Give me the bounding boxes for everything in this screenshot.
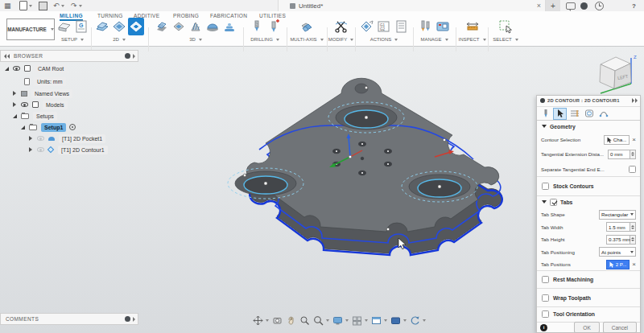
measure-button[interactable] [464, 18, 481, 35]
spinner-control[interactable] [630, 150, 636, 159]
expander-expanded-icon[interactable] [5, 67, 9, 71]
cancel-button[interactable]: Cancel [603, 322, 637, 333]
help-icon[interactable]: ? [632, 0, 636, 11]
stock-contours-checkbox[interactable] [542, 183, 549, 190]
expander-collapsed-icon[interactable] [13, 102, 16, 107]
group-label-multi-axis[interactable]: MULTI-AXIS [290, 37, 323, 42]
display-settings-icon[interactable] [125, 53, 130, 59]
tangential-extension-input[interactable]: 0 mm [608, 150, 630, 159]
tree-item-2d-pocket1[interactable]: [T1] 2D Pocket1 [29, 134, 105, 143]
redo-icon[interactable]: ↷ [71, 0, 82, 11]
tree-item-label[interactable]: [T1] 2D Pocket1 [59, 134, 105, 143]
visibility-eye-icon[interactable] [21, 102, 28, 107]
3d-spiral-button[interactable] [221, 18, 237, 35]
expander-collapsed-icon[interactable] [29, 147, 32, 152]
tab-positioning-dropdown[interactable]: At points [599, 247, 636, 257]
expander-collapsed-icon[interactable] [29, 136, 32, 141]
tab-linking[interactable] [597, 108, 610, 120]
tabs-checkbox[interactable] [550, 199, 557, 206]
app-grid-icon[interactable]: ▦ [4, 0, 11, 11]
ncprogram-button[interactable]: G [73, 18, 89, 35]
feedback-icon[interactable] [566, 0, 576, 11]
new-tab-button[interactable]: + [546, 0, 560, 11]
setup-sheet-button[interactable] [393, 18, 409, 35]
zoom-icon[interactable] [299, 315, 310, 326]
tree-item-2d-contour1[interactable]: [T1] 2D Contour1 [29, 145, 108, 154]
expand-panel-icon[interactable] [133, 54, 135, 59]
zoom-window-icon[interactable] [313, 315, 329, 326]
pan-icon[interactable] [286, 315, 296, 326]
tree-item-units[interactable]: Units: mm [24, 76, 66, 86]
wrap-toolpath-section[interactable]: Wrap Toolpath [537, 288, 640, 306]
spinner-control[interactable] [630, 222, 636, 232]
spinner-control[interactable] [630, 235, 636, 245]
model-canvas[interactable] [208, 66, 514, 259]
orbit-icon[interactable] [253, 315, 269, 326]
detach-dialog-icon[interactable] [632, 98, 638, 103]
rest-machining-checkbox[interactable] [542, 276, 549, 283]
tool-library-button[interactable] [418, 18, 434, 35]
grid-snaps-icon[interactable] [352, 315, 368, 326]
clear-selection-icon[interactable]: × [632, 261, 636, 268]
post-process-button[interactable] [359, 18, 375, 35]
expander-expanded-icon[interactable] [21, 125, 25, 130]
rest-machining-section[interactable]: Rest Machining [537, 270, 640, 288]
2d-adaptive-button[interactable] [94, 18, 110, 35]
expander-expanded-icon[interactable] [13, 114, 17, 118]
group-label-3d[interactable]: 3D [189, 37, 202, 42]
tab-tool[interactable] [539, 108, 552, 120]
tab-heights[interactable] [568, 108, 581, 120]
active-setup-radio-icon[interactable] [69, 124, 76, 130]
separate-tangential-checkbox[interactable] [629, 166, 636, 173]
tabs-section-header[interactable]: Tabs [537, 195, 640, 208]
clear-selection-icon[interactable]: × [632, 136, 636, 143]
modify-scissors-button[interactable] [333, 18, 349, 35]
tool-orientation-section[interactable]: Tool Orientation [537, 306, 640, 322]
tree-item-models[interactable]: Models [13, 100, 68, 109]
tab-positions-button[interactable]: 2 P... [606, 260, 630, 269]
wrap-toolpath-checkbox[interactable] [542, 294, 549, 302]
3d-adaptive-button[interactable] [154, 18, 170, 35]
gcode-editor-button[interactable]: G1G2 [376, 18, 392, 35]
workspace-switcher[interactable]: MANUFACTURE [6, 18, 55, 40]
multi-axis-button[interactable] [299, 18, 315, 35]
group-label-actions[interactable]: ACTIONS [370, 37, 398, 42]
view-cube[interactable]: Z Y LEFT [594, 51, 639, 100]
display-settings-icon[interactable] [125, 316, 130, 322]
look-at-icon[interactable] [272, 315, 283, 326]
close-tab-icon[interactable]: × [537, 2, 541, 10]
save-icon[interactable] [39, 0, 47, 11]
group-label-select[interactable]: SELECT [493, 37, 518, 42]
visibility-eye-off-icon[interactable] [37, 136, 44, 141]
dialog-header[interactable]: 2D CONTOUR : 2D CONTOUR1 [537, 96, 640, 107]
file-menu-icon[interactable] [19, 0, 32, 11]
select-button[interactable] [497, 18, 514, 35]
tree-item-label[interactable]: Models [43, 101, 68, 109]
drill-button[interactable] [249, 18, 265, 35]
tree-item-cam-root[interactable]: CAM Root [5, 64, 67, 73]
browser-panel-header[interactable]: BROWSER [0, 50, 138, 62]
single-viewport-icon[interactable] [390, 315, 407, 326]
tab-height-input[interactable]: 0.375 mm [606, 235, 630, 245]
job-status-icon[interactable] [595, 0, 604, 11]
collapse-panel-icon[interactable] [4, 54, 10, 59]
3d-parallel-button[interactable] [188, 18, 204, 35]
expand-panel-icon[interactable] [133, 317, 135, 322]
ok-button[interactable]: OK [574, 322, 599, 333]
tool-orientation-checkbox[interactable] [542, 310, 549, 318]
tree-item-label[interactable]: Setups [33, 112, 57, 121]
geometry-section-header[interactable]: Geometry [537, 121, 640, 132]
group-label-inspect[interactable]: INSPECT [458, 37, 485, 42]
stock-contours-section[interactable]: Stock Contours [537, 176, 640, 195]
machine-library-button[interactable] [435, 18, 451, 35]
visibility-eye-icon[interactable] [13, 66, 20, 71]
3d-scallop-button[interactable] [204, 18, 221, 35]
tab-width-input[interactable]: 1.5 mm [606, 222, 630, 232]
setup-button[interactable] [56, 18, 72, 35]
group-label-setup[interactable]: SETUP [61, 37, 84, 42]
2d-pocket-button[interactable] [111, 18, 127, 35]
undo-icon[interactable]: ↶ [53, 0, 64, 11]
tree-item-named-views[interactable]: Named Views [13, 88, 72, 98]
extensions-icon[interactable] [580, 0, 588, 11]
tree-item-label-selected[interactable]: Setup1 [41, 123, 66, 132]
